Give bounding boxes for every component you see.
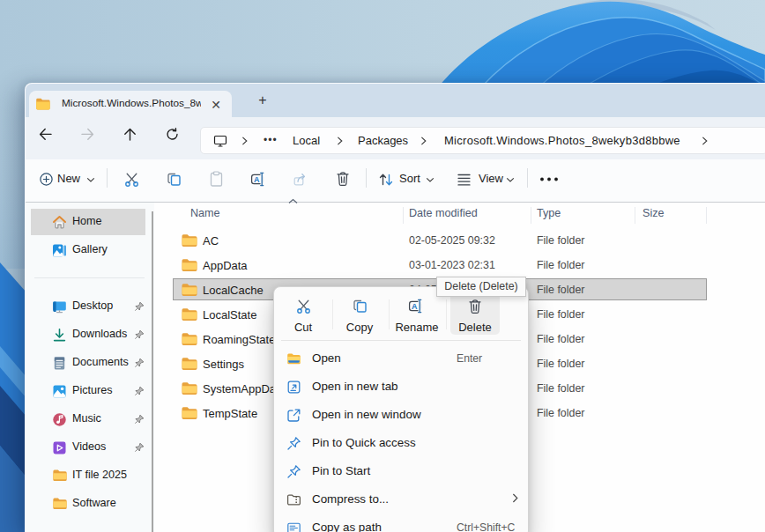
svg-text:A: A <box>412 302 418 311</box>
svg-text:A: A <box>254 175 260 184</box>
